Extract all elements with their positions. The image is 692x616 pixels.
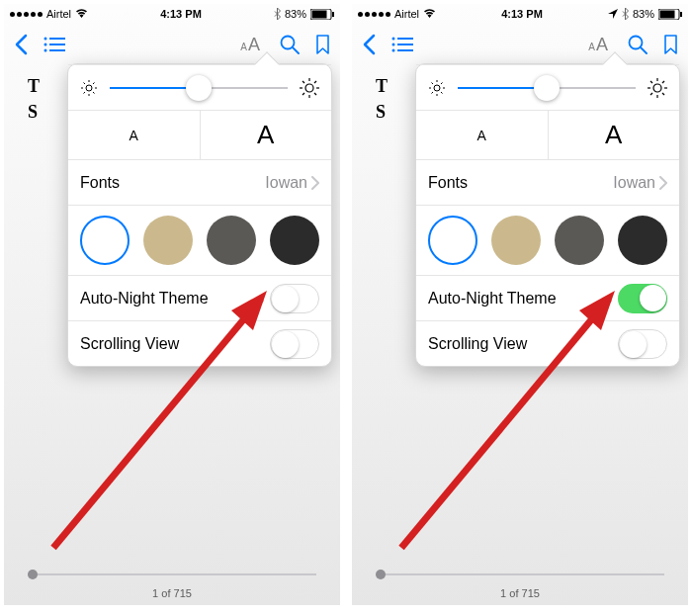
font-smaller-button[interactable]: A [68,111,201,159]
status-left: Airtel [10,8,88,20]
contents-button[interactable] [391,37,413,52]
theme-white-button[interactable] [80,216,130,265]
scrolling-view-toggle[interactable] [618,329,667,359]
svg-point-34 [392,38,395,41]
svg-point-7 [44,49,47,52]
font-value: Iowan [265,174,319,192]
svg-line-16 [84,82,86,84]
brightness-high-icon [300,78,319,98]
page-scrubber[interactable] [376,573,664,575]
book-line: S [28,99,40,125]
auto-night-toggle[interactable] [270,284,319,313]
brightness-low-icon [80,79,98,97]
appearance-popover: A A Fonts Iowan Auto-Night Theme [415,63,680,367]
scrolling-view-label: Scrolling View [80,335,179,353]
fonts-row[interactable]: Fonts Iowan [68,159,331,205]
font-name-text: Iowan [265,174,307,192]
svg-line-59 [662,81,664,83]
svg-line-25 [303,81,304,83]
reader-toolbar: AA [352,24,688,65]
auto-night-toggle[interactable] [618,284,667,313]
scrolling-view-row: Scrolling View [68,320,331,366]
font-larger-button[interactable]: A [201,111,332,159]
svg-rect-39 [397,49,413,51]
toggle-knob [272,286,299,312]
battery-pct-label: 83% [633,8,654,20]
theme-night-button[interactable] [618,216,667,265]
svg-rect-35 [397,38,413,40]
bookmark-button[interactable] [315,35,330,54]
back-button[interactable] [362,34,376,55]
theme-white-button[interactable] [428,216,477,265]
fonts-label: Fonts [80,174,120,192]
brightness-slider[interactable] [110,87,288,89]
clock-label: 4:13 PM [160,8,202,20]
bluetooth-icon [622,8,629,20]
svg-point-20 [305,84,313,92]
toggle-knob [272,331,299,358]
contents-button[interactable] [43,37,65,52]
theme-sepia-button[interactable] [491,216,541,265]
status-bar: Airtel 4:13 PM 83% [352,4,688,24]
svg-line-19 [93,82,95,84]
reader-toolbar: AA [4,24,340,65]
auto-night-row: Auto-Night Theme [416,275,679,320]
back-button[interactable] [14,34,28,55]
svg-point-5 [44,44,47,46]
theme-sepia-button[interactable] [143,216,193,265]
font-larger-button[interactable]: A [549,111,680,159]
brightness-low-icon [428,79,446,97]
battery-icon [658,9,682,20]
theme-night-button[interactable] [270,216,319,265]
scrubber-knob[interactable] [376,570,386,579]
svg-rect-33 [680,12,682,17]
search-button[interactable] [280,35,300,54]
svg-rect-6 [49,44,65,45]
book-text-peek: T S [28,73,40,125]
slider-knob[interactable] [534,75,560,101]
svg-point-3 [44,38,47,41]
themes-row [68,205,331,275]
signal-dots-icon [358,12,390,17]
font-smaller-button[interactable]: A [416,111,549,159]
svg-line-58 [650,93,652,95]
scrolling-view-row: Scrolling View [416,320,679,366]
scrolling-view-toggle[interactable] [270,329,319,359]
svg-line-56 [650,81,652,83]
scrubber-knob[interactable] [28,570,38,579]
search-button[interactable] [628,35,648,54]
appearance-popover: A A Fonts Iowan Auto-Night Theme [67,63,332,367]
svg-line-57 [662,93,664,95]
bookmark-button[interactable] [663,35,678,54]
page-scrubber[interactable] [28,573,316,575]
carrier-label: Airtel [394,8,419,20]
font-size-row: A A [68,110,331,159]
phone-right: Airtel 4:13 PM 83% AA T [352,4,688,605]
appearance-button[interactable]: AA [588,35,608,55]
svg-rect-37 [397,44,413,45]
theme-gray-button[interactable] [207,216,256,265]
brightness-slider[interactable] [458,87,636,89]
svg-rect-32 [659,10,674,18]
status-left: Airtel [358,8,436,20]
slider-knob[interactable] [186,75,212,101]
brightness-high-icon [648,78,667,98]
svg-rect-1 [311,10,326,18]
comparison-canvas: Airtel 4:13 PM 83% AA T S [0,0,692,616]
font-size-row: A A [416,110,679,159]
svg-line-48 [441,92,443,94]
book-line: T [376,73,388,99]
fonts-label: Fonts [428,174,468,192]
scrolling-view-label: Scrolling View [428,335,527,353]
svg-point-42 [434,85,440,91]
svg-line-17 [93,92,95,94]
wifi-icon [75,9,88,19]
svg-line-28 [314,81,316,83]
svg-line-47 [432,82,434,84]
svg-rect-8 [49,49,65,51]
theme-gray-button[interactable] [555,216,604,265]
wifi-icon [423,9,436,19]
signal-dots-icon [10,12,43,17]
fonts-row[interactable]: Fonts Iowan [416,159,679,205]
appearance-button[interactable]: AA [240,35,260,55]
